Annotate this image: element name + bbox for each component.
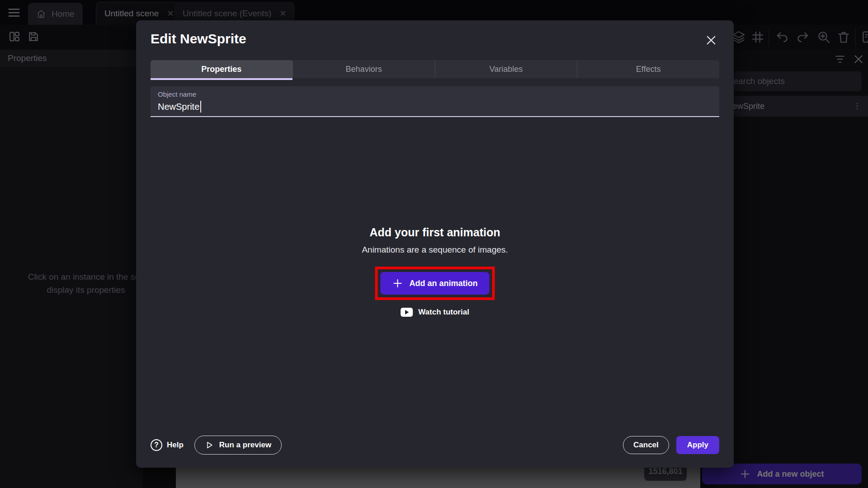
empty-state-title: Add your first animation: [136, 226, 734, 239]
dialog-title: Edit NewSprite: [151, 31, 246, 47]
empty-animation-state: Add your first animation Animations are …: [136, 226, 734, 255]
run-preview-label: Run a preview: [219, 441, 271, 450]
highlight-rectangle: Add an animation: [375, 267, 495, 300]
apply-button[interactable]: Apply: [676, 436, 719, 454]
help-label: Help: [167, 441, 184, 450]
help-icon: ?: [151, 439, 162, 451]
object-name-field[interactable]: Object name NewSprite: [151, 86, 719, 117]
close-dialog-icon[interactable]: [705, 34, 717, 47]
tab-properties[interactable]: Properties: [151, 60, 293, 78]
help-button[interactable]: ? Help: [151, 439, 184, 451]
empty-state-subtitle: Animations are a sequence of images.: [136, 245, 734, 255]
watch-tutorial-link[interactable]: Watch tutorial: [401, 308, 469, 317]
app-root: Home Untitled scene ✕ Untitled scene (Ev…: [0, 0, 868, 488]
youtube-icon: [401, 308, 413, 317]
add-animation-button[interactable]: Add an animation: [380, 272, 489, 295]
dialog-tabs: Properties Behaviors Variables Effects: [151, 60, 719, 78]
watch-tutorial-label: Watch tutorial: [418, 308, 469, 317]
cancel-button[interactable]: Cancel: [623, 436, 669, 454]
object-name-value: NewSprite: [158, 102, 199, 112]
run-preview-button[interactable]: Run a preview: [194, 436, 282, 455]
plus-icon: [392, 278, 403, 289]
dialog-footer: ? Help Run a preview Cancel Apply: [151, 435, 719, 455]
tab-variables[interactable]: Variables: [435, 60, 578, 78]
tab-behaviors[interactable]: Behaviors: [293, 60, 435, 78]
play-icon: [205, 441, 214, 450]
text-cursor: [200, 101, 201, 113]
tab-effects[interactable]: Effects: [577, 60, 719, 78]
edit-object-dialog: Edit NewSprite Properties Behaviors Vari…: [136, 20, 734, 468]
object-name-label: Object name: [158, 90, 196, 98]
add-animation-label: Add an animation: [409, 279, 477, 288]
